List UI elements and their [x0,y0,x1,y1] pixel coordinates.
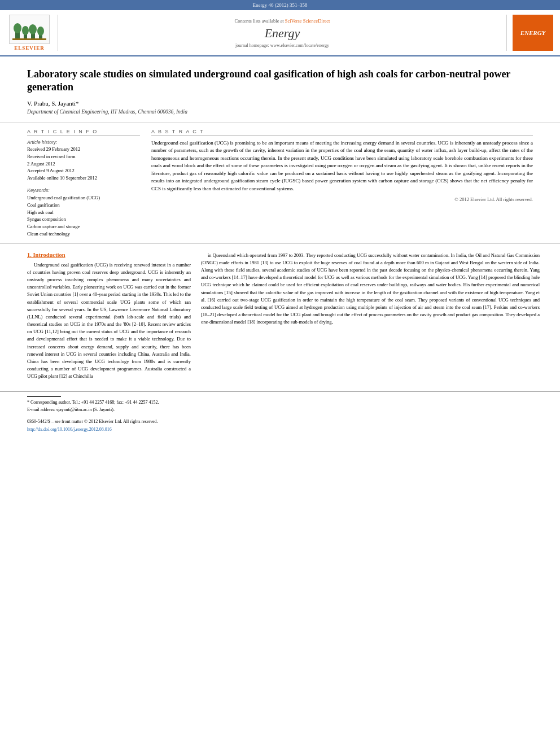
abstract-label: A B S T R A C T [151,129,533,136]
abstract-paragraph: Underground coal gasification (UCG) is p… [151,139,533,193]
journal-header: ELSEVIER Contents lists available at Sci… [0,10,560,56]
keyword-2: Coal gasification [27,202,140,209]
svg-point-7 [37,27,44,36]
email-label: E-mail address: [27,407,55,412]
received-date: Received 29 February 2012 [27,146,140,153]
keyword-6: Clean coal technology [27,230,140,238]
abstract-col: A B S T R A C T Underground coal gasific… [151,129,533,238]
article-title: Laboratory scale studies on simulated un… [27,68,533,94]
contents-text: Contents lists available at [235,18,284,24]
issn-line: 0360-5442/$ – see front matter © 2012 El… [27,418,533,426]
copyright: © 2012 Elsevier Ltd. All rights reserved… [151,196,533,203]
keyword-4: Syngas composition [27,216,140,223]
affiliation: Department of Chemical Engineering, IIT … [27,109,533,115]
keyword-1: Underground coal gasification (UCG) [27,194,140,202]
body-left-para-1: Underground coal gasification (UCG) is r… [27,261,191,381]
keyword-3: High ash coal [27,209,140,216]
body-right: in Queensland which operated from 1997 t… [201,252,540,384]
svg-rect-8 [12,38,46,40]
accepted-date: Accepted 9 August 2012 [27,168,140,174]
energy-logo: ENERGY [513,15,553,51]
keywords-label: Keywords: [27,187,140,193]
svg-point-3 [22,26,29,35]
article-header: Laboratory scale studies on simulated un… [0,56,560,123]
email-value: sjayanti@iitm.ac.in (S. Jayanti). [56,407,115,412]
corresponding-note: * Corresponding author. Tel.: +91 44 225… [27,399,533,407]
journal-citation: Energy 46 (2012) 351–358 [252,2,307,8]
page-container: Energy 46 (2012) 351–358 ELSEVIER [0,0,560,747]
elsevier-text: ELSEVIER [14,45,45,51]
keywords-list: Underground coal gasification (UCG) Coal… [27,194,140,238]
elsevier-tree-icon [12,18,46,41]
homepage-line: journal homepage: www.elsevier.com/locat… [235,43,329,48]
footnote-area: * Corresponding author. Tel.: +91 44 225… [0,391,560,435]
footnote-divider [27,396,61,397]
history-label: Article history: [27,139,140,145]
keyword-5: Carbon capture and storage [27,223,140,230]
elsevier-logo-container: ELSEVIER [7,15,52,51]
article-info-col: A R T I C L E I N F O Article history: R… [27,129,140,238]
elsevier-logo-image [9,15,50,44]
top-bar: Energy 46 (2012) 351–358 [0,0,560,10]
doi-link[interactable]: http://dx.doi.org/10.1016/j.energy.2012.… [27,427,112,432]
received-revised-label: Received in revised form [27,154,140,160]
info-area: A R T I C L E I N F O Article history: R… [0,123,560,244]
abstract-text: Underground coal gasification (UCG) is p… [151,139,533,203]
body-left-text: Underground coal gasification (UCG) is r… [27,261,191,381]
article-info-label: A R T I C L E I N F O [27,129,140,136]
journal-title-text: Energy [265,26,300,41]
svg-point-5 [29,24,37,34]
authors-text: V. Prabu, S. Jayanti* [27,100,78,107]
body-area: 1. Introduction Underground coal gasific… [0,244,560,390]
available-date: Available online 10 September 2012 [27,175,140,182]
authors: V. Prabu, S. Jayanti* [27,100,533,107]
section1-heading: 1. Introduction [27,252,191,258]
sciverse-line: Contents lists available at SciVerse Sci… [235,18,330,24]
sciverse-link[interactable]: SciVerse ScienceDirect [285,18,330,24]
email-line: E-mail address: sjayanti@iitm.ac.in (S. … [27,407,533,414]
body-right-text: in Queensland which operated from 1997 t… [201,252,540,326]
body-left: 1. Introduction Underground coal gasific… [27,252,191,384]
body-right-para-1: in Queensland which operated from 1997 t… [201,252,540,326]
journal-info: Contents lists available at SciVerse Sci… [58,15,507,51]
svg-point-1 [14,23,21,33]
revised-date: 2 August 2012 [27,161,140,168]
